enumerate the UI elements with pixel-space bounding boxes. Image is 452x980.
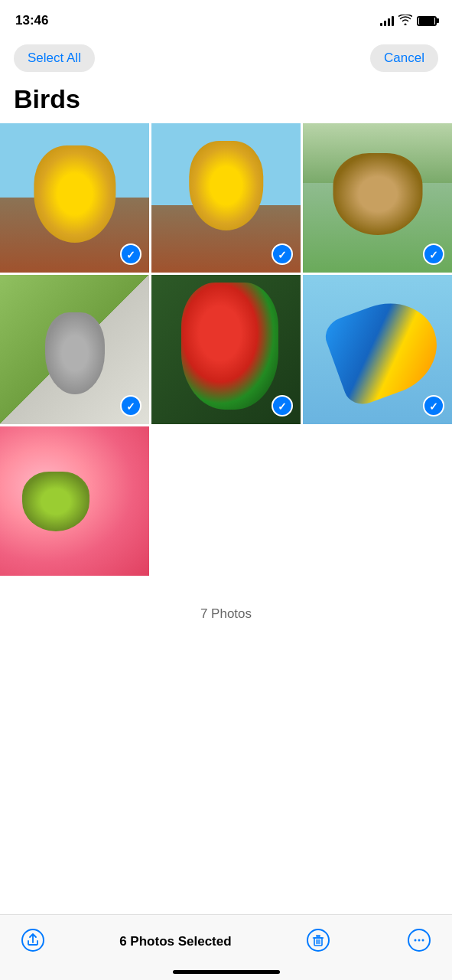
trash-icon xyxy=(307,929,330,954)
status-icons xyxy=(380,15,437,28)
photo-cell-4[interactable]: ✓ xyxy=(0,275,149,424)
wifi-icon xyxy=(398,15,412,28)
status-time: 13:46 xyxy=(15,13,48,28)
check-icon-6: ✓ xyxy=(423,395,444,416)
page-title: Birds xyxy=(0,81,452,123)
svg-point-4 xyxy=(418,939,421,942)
share-icon xyxy=(21,929,44,954)
svg-point-5 xyxy=(422,939,424,942)
selected-count-label: 6 Photos Selected xyxy=(119,934,231,949)
photo-cell-6[interactable]: ✓ xyxy=(303,275,452,424)
top-nav: Select All Cancel xyxy=(0,38,452,81)
check-icon-2: ✓ xyxy=(272,243,293,265)
battery-icon xyxy=(417,16,437,26)
delete-button[interactable] xyxy=(304,926,333,957)
more-icon xyxy=(408,929,431,954)
signal-icon xyxy=(380,15,394,26)
svg-point-3 xyxy=(415,939,417,942)
photo-cell-1[interactable]: ✓ xyxy=(0,123,149,273)
check-icon-1: ✓ xyxy=(120,243,141,265)
check-icon-3: ✓ xyxy=(423,243,444,265)
check-icon-5: ✓ xyxy=(272,395,293,416)
photo-cell-3[interactable]: ✓ xyxy=(303,123,452,273)
cancel-button[interactable]: Cancel xyxy=(370,44,438,72)
photo-cell-7[interactable] xyxy=(0,426,149,576)
photo-count: 7 Photos xyxy=(0,576,452,637)
photo-grid: ✓ ✓ ✓ ✓ ✓ ✓ xyxy=(0,123,452,576)
photo-cell-2[interactable]: ✓ xyxy=(151,123,301,273)
home-indicator xyxy=(173,970,280,974)
photo-cell-5[interactable]: ✓ xyxy=(151,275,301,424)
more-button[interactable] xyxy=(405,926,434,957)
select-all-button[interactable]: Select All xyxy=(14,44,95,72)
check-icon-4: ✓ xyxy=(120,395,141,416)
share-button[interactable] xyxy=(18,926,47,957)
status-bar: 13:46 xyxy=(0,0,452,38)
